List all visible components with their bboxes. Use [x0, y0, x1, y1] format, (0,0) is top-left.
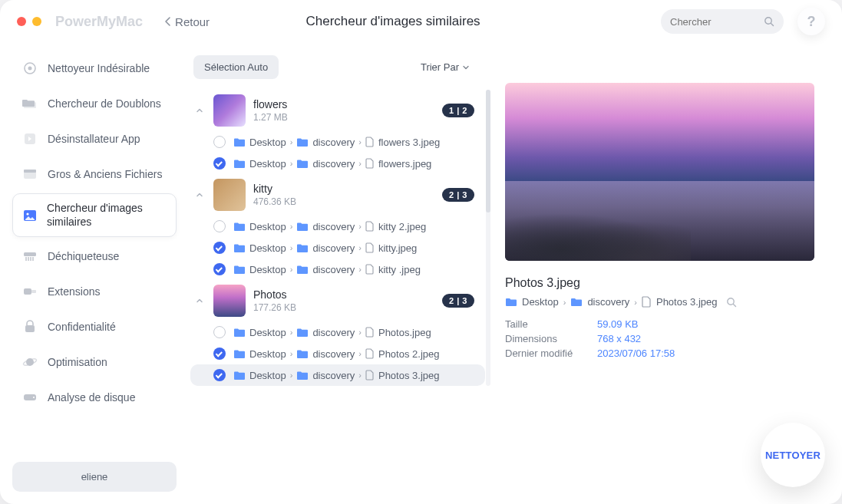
path-segment: Desktop — [249, 221, 286, 232]
sidebar-item-label: Chercheur d'images similaires — [47, 202, 167, 229]
sidebar-item-folders[interactable]: Chercheur de Doublons — [12, 87, 177, 120]
svg-rect-15 — [31, 290, 36, 293]
sidebar-item-image[interactable]: Chercheur d'images similaires — [12, 193, 177, 237]
checkbox[interactable] — [213, 157, 226, 170]
group-badge: 2 | 3 — [442, 294, 474, 308]
search-icon — [764, 16, 774, 27]
group-name: kitty — [253, 183, 296, 195]
auto-select-button[interactable]: Sélection Auto — [193, 55, 279, 79]
folder-icon — [233, 159, 246, 169]
path-segment: Desktop — [249, 348, 286, 360]
group-header[interactable]: kitty476.36 KB2 | 3 — [190, 174, 485, 216]
file-icon — [365, 348, 375, 359]
shredder-icon — [21, 248, 38, 265]
file-row[interactable]: Desktop›discovery›flowers.jpeg — [190, 153, 485, 174]
checkbox[interactable] — [213, 136, 226, 148]
path-segment: discovery — [312, 327, 355, 338]
group-thumbnail — [213, 179, 246, 211]
meta-dim-label: Dimensions — [505, 333, 597, 344]
clean-button[interactable]: NETTOYER — [761, 423, 825, 487]
file-icon — [365, 327, 375, 338]
reveal-in-finder-button[interactable] — [726, 297, 737, 308]
sidebar-item-lock[interactable]: Confidentialité — [12, 311, 177, 343]
collapse-button[interactable] — [190, 101, 209, 120]
window-controls[interactable] — [17, 17, 41, 26]
file-name: Photos 3.jpeg — [378, 370, 440, 381]
collapse-button[interactable] — [190, 186, 209, 204]
sidebar-item-label: Chercheur de Doublons — [48, 97, 161, 110]
svg-rect-14 — [24, 288, 31, 295]
scrollbar-thumb[interactable] — [486, 90, 490, 212]
file-row[interactable]: Desktop›discovery›Photos 2.jpeg — [190, 343, 485, 364]
sort-by-button[interactable]: Trier Par — [421, 61, 470, 73]
sidebar-item-app[interactable]: Désinstallateur App — [12, 123, 177, 155]
file-name: flowers 3.jpeg — [378, 137, 440, 148]
checkbox[interactable] — [213, 242, 226, 254]
sidebar-item-disk[interactable]: Analyse de disque — [12, 381, 177, 413]
collapse-button[interactable] — [190, 292, 209, 310]
path-segment: discovery — [312, 348, 355, 360]
search-field[interactable] — [661, 9, 784, 34]
help-button[interactable]: ? — [797, 8, 825, 35]
path-segment: Desktop — [249, 264, 286, 275]
checkbox[interactable] — [213, 348, 226, 360]
file-row[interactable]: Desktop›discovery›Photos 3.jpeg — [190, 364, 485, 386]
folder-icon — [296, 371, 309, 380]
svg-point-3 — [28, 67, 32, 71]
sidebar-item-broom[interactable]: Nettoyeur Indésirable — [12, 52, 177, 84]
image-icon — [22, 207, 38, 224]
broom-icon — [21, 60, 38, 77]
user-pill[interactable]: eliene — [12, 462, 177, 492]
svg-point-8 — [26, 212, 28, 215]
file-name: Photos.jpeg — [378, 327, 431, 338]
group-size: 476.36 KB — [253, 196, 296, 207]
file-icon — [365, 221, 375, 232]
svg-point-20 — [33, 397, 35, 398]
file-row[interactable]: Desktop›discovery›kitty 2.jpeg — [190, 216, 485, 237]
checkbox[interactable] — [213, 263, 226, 275]
group-name: flowers — [253, 98, 288, 110]
file-row[interactable]: Desktop›discovery›kitty.jpeg — [190, 237, 485, 259]
meta-size-label: Taille — [505, 318, 597, 330]
sidebar: Nettoyeur IndésirableChercheur de Doublo… — [0, 43, 184, 504]
file-icon — [365, 264, 375, 275]
folder-icon — [570, 297, 583, 308]
checkbox[interactable] — [213, 326, 226, 338]
sidebar-item-planet[interactable]: Optimisation — [12, 346, 177, 378]
file-icon — [365, 137, 375, 147]
meta-mod-label: Dernier modifié — [505, 348, 597, 359]
file-name: kitty.jpeg — [378, 242, 417, 254]
sidebar-item-shredder[interactable]: Déchiqueteuse — [12, 240, 177, 272]
group-header[interactable]: flowers1.27 MB1 | 2 — [190, 90, 485, 131]
folder-icon — [233, 371, 246, 380]
sidebar-item-label: Désinstallateur App — [48, 133, 140, 145]
path-segment: discovery — [312, 242, 355, 254]
meta-dim-value: 768 x 432 — [597, 333, 641, 344]
sidebar-item-plug[interactable]: Extensions — [12, 275, 177, 308]
checkbox[interactable] — [213, 369, 226, 381]
group-size: 177.26 KB — [253, 302, 296, 313]
file-icon — [365, 158, 375, 169]
sidebar-item-box[interactable]: Gros & Anciens Fichiers — [12, 158, 177, 190]
disk-icon — [21, 389, 38, 406]
group-header[interactable]: Photos177.26 KB2 | 3 — [190, 280, 485, 321]
file-row[interactable]: Desktop›discovery›kitty .jpeg — [190, 259, 485, 280]
file-row[interactable]: Desktop›discovery›Photos.jpeg — [190, 321, 485, 343]
path-segment: Desktop — [249, 242, 286, 254]
chevron-down-icon — [462, 64, 470, 71]
minimize-window-icon[interactable] — [32, 17, 41, 26]
file-row[interactable]: Desktop›discovery›flowers 3.jpeg — [190, 131, 485, 153]
folder-icon — [296, 243, 309, 253]
folder-icon — [233, 137, 246, 147]
file-icon — [365, 242, 375, 253]
path-segment: discovery — [312, 221, 355, 232]
file-name: Photos 2.jpeg — [378, 348, 440, 360]
folders-icon — [21, 95, 38, 112]
close-window-icon[interactable] — [17, 17, 26, 26]
sort-by-label: Trier Par — [421, 61, 459, 73]
page-title: Chercheur d'images similaires — [125, 14, 661, 29]
sidebar-item-label: Déchiqueteuse — [48, 250, 119, 262]
checkbox[interactable] — [213, 220, 226, 232]
folder-icon — [505, 297, 517, 308]
search-input[interactable] — [670, 16, 754, 28]
